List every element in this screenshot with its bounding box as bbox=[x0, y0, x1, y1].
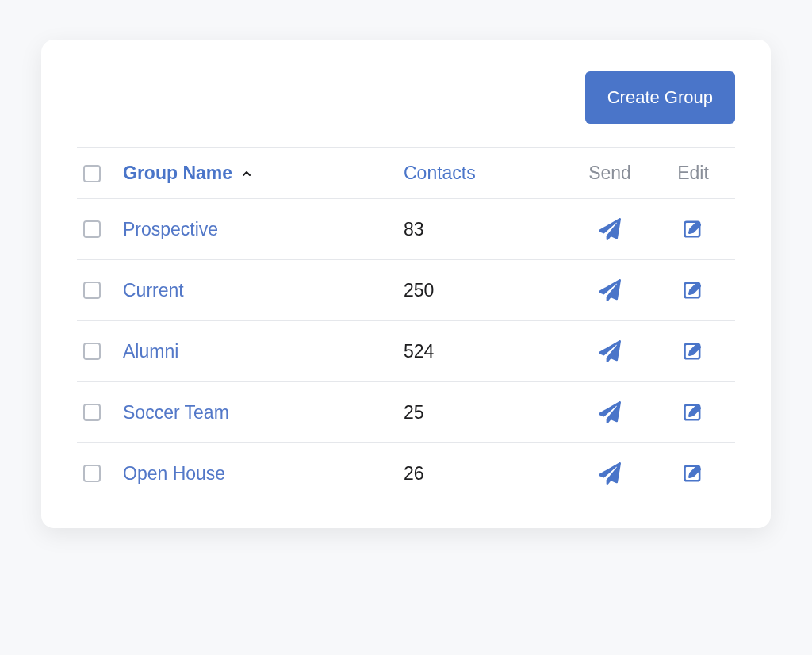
create-group-button[interactable]: Create Group bbox=[585, 71, 735, 124]
row-checkbox-cell bbox=[83, 343, 123, 360]
contacts-count: 83 bbox=[404, 219, 562, 240]
select-all-checkbox[interactable] bbox=[83, 165, 101, 182]
card-header: Create Group bbox=[77, 71, 735, 124]
column-header-send: Send bbox=[562, 163, 657, 184]
contacts-count: 26 bbox=[404, 463, 562, 485]
table-row: Soccer Team 25 bbox=[77, 382, 735, 443]
edit-icon[interactable] bbox=[682, 462, 704, 485]
table-row: Prospective 83 bbox=[77, 199, 735, 260]
row-checkbox[interactable] bbox=[83, 343, 101, 360]
group-name-link[interactable]: Current bbox=[123, 280, 404, 301]
group-name-link[interactable]: Open House bbox=[123, 463, 404, 485]
groups-card: Create Group Group Name Contacts Send Ed… bbox=[41, 40, 771, 528]
row-checkbox-cell bbox=[83, 404, 123, 421]
table-row: Alumni 524 bbox=[77, 321, 735, 382]
edit-icon[interactable] bbox=[682, 279, 704, 301]
edit-icon[interactable] bbox=[682, 401, 704, 423]
table-header-row: Group Name Contacts Send Edit bbox=[77, 147, 735, 199]
group-name-link[interactable]: Prospective bbox=[123, 219, 404, 240]
contacts-count: 524 bbox=[404, 341, 562, 362]
row-checkbox[interactable] bbox=[83, 220, 101, 238]
chevron-up-icon bbox=[240, 167, 253, 180]
row-checkbox-cell bbox=[83, 465, 123, 482]
column-header-group-name[interactable]: Group Name bbox=[123, 163, 404, 184]
column-header-contacts[interactable]: Contacts bbox=[404, 163, 562, 184]
contacts-count: 250 bbox=[404, 280, 562, 301]
edit-icon[interactable] bbox=[682, 340, 704, 362]
row-checkbox[interactable] bbox=[83, 404, 101, 421]
row-checkbox[interactable] bbox=[83, 282, 101, 299]
row-checkbox-cell bbox=[83, 282, 123, 299]
group-name-link[interactable]: Alumni bbox=[123, 341, 404, 362]
column-header-label: Group Name bbox=[123, 163, 232, 184]
select-all-cell bbox=[83, 165, 123, 182]
row-checkbox-cell bbox=[83, 220, 123, 238]
table-row: Current 250 bbox=[77, 260, 735, 321]
paper-plane-icon[interactable] bbox=[599, 401, 621, 423]
paper-plane-icon[interactable] bbox=[599, 218, 621, 240]
groups-table: Group Name Contacts Send Edit Prospectiv… bbox=[77, 147, 735, 504]
column-header-edit: Edit bbox=[657, 163, 729, 184]
group-name-link[interactable]: Soccer Team bbox=[123, 402, 404, 423]
paper-plane-icon[interactable] bbox=[599, 340, 621, 362]
row-checkbox[interactable] bbox=[83, 465, 101, 482]
paper-plane-icon[interactable] bbox=[599, 462, 621, 485]
contacts-count: 25 bbox=[404, 402, 562, 423]
paper-plane-icon[interactable] bbox=[599, 279, 621, 301]
edit-icon[interactable] bbox=[682, 218, 704, 240]
table-row: Open House 26 bbox=[77, 443, 735, 504]
